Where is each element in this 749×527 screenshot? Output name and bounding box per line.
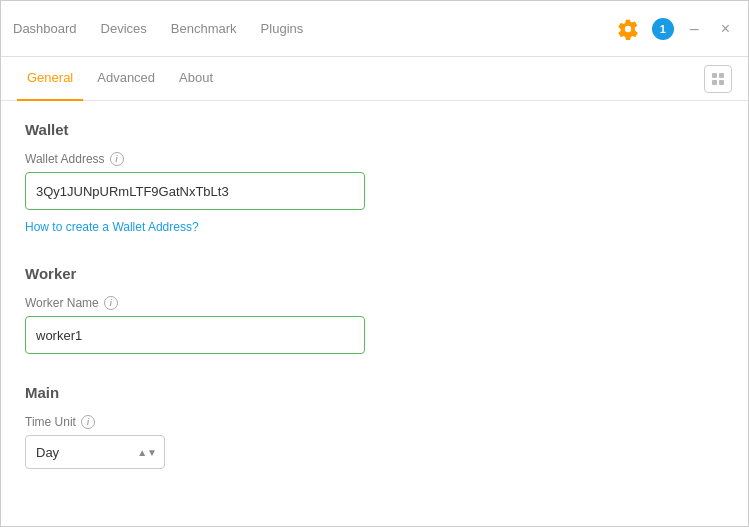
tab-general[interactable]: General: [17, 57, 83, 101]
nav-devices[interactable]: Devices: [101, 17, 147, 40]
wallet-address-input[interactable]: [25, 172, 365, 210]
grid-icon-wrap: [704, 65, 732, 93]
tab-advanced[interactable]: Advanced: [87, 57, 165, 101]
worker-name-info-icon: i: [104, 296, 118, 310]
svg-rect-2: [712, 80, 717, 85]
main-title: Main: [25, 384, 724, 401]
wallet-section: Wallet Wallet Address i How to create a …: [25, 121, 724, 235]
main-scroll[interactable]: Wallet Wallet Address i How to create a …: [1, 101, 748, 526]
wallet-input-wrap: [25, 172, 365, 210]
grid-view-icon[interactable]: [704, 65, 732, 93]
tab-about[interactable]: About: [169, 57, 223, 101]
svg-rect-3: [719, 80, 724, 85]
sub-tabs: General Advanced About: [1, 57, 748, 101]
create-wallet-link[interactable]: How to create a Wallet Address?: [25, 220, 199, 234]
nav-plugins[interactable]: Plugins: [261, 17, 304, 40]
main-nav: Dashboard Devices Benchmark Plugins: [13, 17, 614, 40]
notification-badge[interactable]: 1: [652, 18, 674, 40]
time-unit-info-icon: i: [81, 415, 95, 429]
worker-section: Worker Worker Name i: [25, 265, 724, 354]
worker-title: Worker: [25, 265, 724, 282]
wallet-address-label: Wallet Address i: [25, 152, 724, 166]
time-unit-select[interactable]: Day Hour Minute: [25, 435, 165, 469]
app-window: Dashboard Devices Benchmark Plugins 1 – …: [0, 0, 749, 527]
minimize-button[interactable]: –: [684, 19, 705, 39]
close-button[interactable]: ×: [715, 19, 736, 39]
wallet-title: Wallet: [25, 121, 724, 138]
svg-rect-1: [719, 73, 724, 78]
nav-benchmark[interactable]: Benchmark: [171, 17, 237, 40]
worker-name-label: Worker Name i: [25, 296, 724, 310]
wallet-address-info-icon: i: [110, 152, 124, 166]
title-bar: Dashboard Devices Benchmark Plugins 1 – …: [1, 1, 748, 57]
svg-rect-0: [712, 73, 717, 78]
time-unit-select-wrap: Day Hour Minute ▲▼: [25, 435, 165, 469]
nav-dashboard[interactable]: Dashboard: [13, 17, 77, 40]
main-section: Main Time Unit i Day Hour Minute ▲▼: [25, 384, 724, 469]
window-actions: 1 – ×: [614, 15, 736, 43]
settings-icon[interactable]: [614, 15, 642, 43]
time-unit-label: Time Unit i: [25, 415, 724, 429]
content-area: Wallet Wallet Address i How to create a …: [1, 101, 748, 526]
worker-name-input[interactable]: [25, 316, 365, 354]
